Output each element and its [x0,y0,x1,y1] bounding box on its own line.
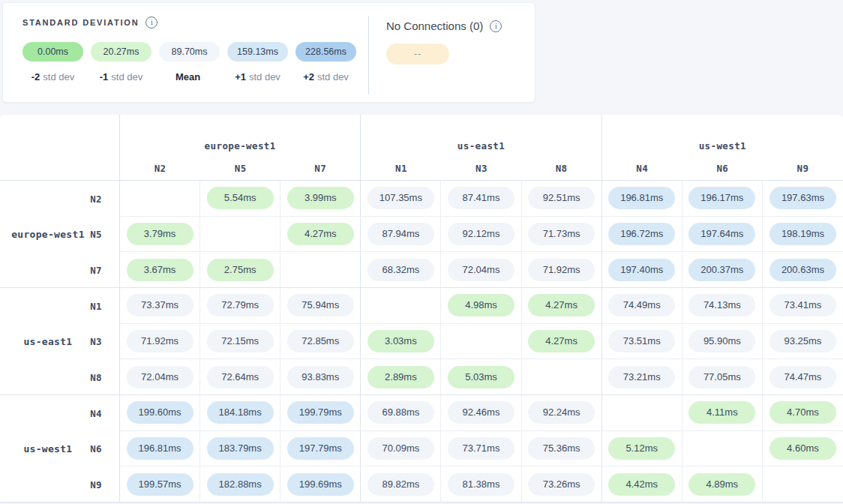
latency-pill[interactable]: 197.64ms [688,223,755,245]
latency-pill[interactable]: 200.37ms [688,259,755,281]
latency-pill[interactable]: 69.88ms [368,401,434,424]
latency-pill[interactable]: 70.09ms [368,437,434,460]
latency-pill[interactable]: 73.41ms [770,294,836,316]
latency-pill[interactable]: 73.51ms [608,330,675,352]
latency-cell: 4.98ms [441,288,521,324]
latency-pill[interactable]: 71.92ms [127,330,194,352]
latency-pill[interactable]: 199.60ms [127,401,194,424]
latency-pill[interactable]: 196.17ms [688,187,755,209]
latency-pill[interactable]: 5.54ms [207,187,274,209]
latency-pill[interactable]: 93.25ms [770,330,836,352]
latency-pill[interactable]: 4.70ms [770,401,836,424]
latency-pill[interactable]: 81.38ms [448,473,514,496]
latency-pill[interactable]: 182.88ms [207,473,274,496]
latency-pill[interactable]: 4.27ms [528,330,595,352]
latency-pill[interactable]: 4.27ms [528,294,595,316]
matrix-corner-cell [0,115,120,181]
row-header: N9 [0,466,120,502]
latency-pill[interactable]: 4.98ms [448,294,514,316]
latency-pill[interactable]: 3.03ms [368,330,434,352]
latency-pill[interactable]: 74.47ms [770,366,836,388]
latency-pill[interactable]: 196.81ms [608,187,675,209]
latency-pill[interactable]: 196.81ms [127,437,194,460]
legend-item: 159.13ms +1std dev [227,42,288,82]
legend-divider [368,16,369,94]
latency-pill[interactable]: 93.83ms [287,366,354,388]
latency-pill[interactable]: 72.64ms [207,366,274,388]
latency-pill[interactable]: 72.04ms [127,366,194,388]
latency-pill[interactable]: 87.94ms [368,223,434,245]
latency-cell [361,288,441,324]
latency-pill[interactable]: 199.69ms [287,473,354,496]
latency-pill[interactable]: 196.72ms [608,223,675,245]
latency-pill[interactable]: 197.63ms [770,187,836,209]
latency-pill[interactable]: 92.51ms [528,187,595,209]
latency-pill[interactable]: 75.36ms [528,437,595,460]
latency-cell: 199.60ms [120,395,200,431]
latency-pill[interactable]: 75.94ms [287,294,354,316]
latency-pill[interactable]: 74.13ms [688,294,755,316]
latency-pill[interactable]: 72.04ms [448,259,514,281]
latency-pill[interactable]: 4.27ms [287,223,354,245]
info-icon[interactable]: i [146,16,158,28]
latency-cell: 200.37ms [682,252,763,288]
latency-pill[interactable]: 92.24ms [528,401,595,424]
row-header: us-east1N3 [0,324,120,360]
latency-pill[interactable]: 92.46ms [448,401,514,424]
latency-pill[interactable]: 184.18ms [207,401,274,424]
latency-pill[interactable]: 4.11ms [688,401,755,424]
latency-pill[interactable]: 5.12ms [608,437,675,460]
latency-pill[interactable]: 72.79ms [207,294,274,316]
info-icon[interactable]: i [490,20,502,32]
latency-pill[interactable]: 2.89ms [368,366,434,388]
row-node-label: N9 [90,478,102,490]
column-node-header: N2 [120,157,200,181]
latency-cell: 69.88ms [361,395,441,431]
latency-pill[interactable]: 197.40ms [608,259,675,281]
latency-pill[interactable]: 74.49ms [608,294,675,316]
row-region-label: europe-west1 [10,229,86,240]
latency-pill[interactable]: 5.03ms [448,366,514,388]
legend-item: 20.27ms -1std dev [91,42,152,82]
latency-pill[interactable]: 71.73ms [528,223,595,245]
latency-cell: 72.04ms [120,359,200,395]
latency-pill[interactable]: 71.92ms [528,259,595,281]
latency-pill[interactable]: 72.15ms [207,330,274,352]
legend-pill-plus1: 159.13ms [227,42,288,62]
latency-pill[interactable]: 89.82ms [368,473,434,496]
latency-pill[interactable]: 68.32ms [368,259,434,281]
legend-item: 228.56ms +2std dev [296,42,356,82]
latency-pill[interactable]: 73.37ms [127,294,194,316]
latency-pill[interactable]: 198.19ms [770,223,836,245]
latency-pill[interactable]: 73.26ms [528,473,595,496]
latency-pill[interactable]: 77.05ms [688,366,755,388]
row-header: N7 [0,252,120,288]
latency-pill[interactable]: 92.12ms [448,223,514,245]
latency-cell [441,324,521,360]
latency-pill[interactable]: 2.75ms [207,259,274,281]
row-node-label: N1 [90,300,102,311]
latency-pill[interactable]: 73.71ms [448,437,514,460]
latency-pill[interactable]: 4.60ms [770,437,836,460]
latency-pill[interactable]: 199.79ms [287,401,354,424]
legend-card: STANDARD DEVIATION i 0.00ms -2std dev 20… [2,2,536,103]
latency-pill[interactable]: 95.90ms [688,330,755,352]
latency-pill[interactable]: 72.85ms [287,330,354,352]
latency-pill[interactable]: 3.79ms [127,223,194,245]
latency-pill[interactable]: 199.57ms [127,473,194,496]
latency-pill[interactable]: 87.41ms [448,187,514,209]
latency-pill[interactable]: 4.89ms [688,473,755,496]
latency-pill[interactable]: 197.79ms [287,437,354,460]
latency-cell: 72.64ms [200,359,280,395]
latency-cell: 196.81ms [120,431,200,467]
latency-pill[interactable]: 183.79ms [207,437,274,460]
latency-cell: 70.09ms [361,431,441,467]
latency-cell [200,217,280,253]
latency-pill[interactable]: 3.99ms [287,187,354,209]
latency-pill[interactable]: 4.42ms [608,473,675,496]
latency-pill[interactable]: 73.21ms [608,366,675,388]
latency-pill[interactable]: 3.67ms [127,259,194,281]
latency-pill[interactable]: 200.63ms [770,259,836,281]
row-header: N1 [0,288,120,324]
latency-pill[interactable]: 107.35ms [368,187,434,209]
